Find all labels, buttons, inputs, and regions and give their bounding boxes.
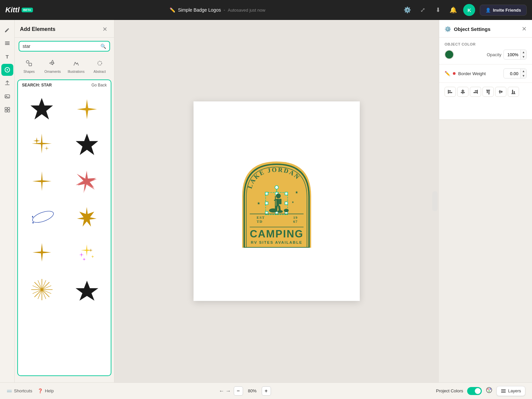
object-settings-icon: ⚙️ [445, 26, 451, 32]
svg-point-81 [488, 390, 490, 392]
zoom-out-button[interactable]: − [234, 386, 243, 396]
invite-friends-button[interactable]: 👤 Invite Friends [480, 5, 527, 16]
zoom-next-button[interactable]: → [226, 388, 231, 394]
sidebar-item-text[interactable]: T [1, 51, 13, 63]
align-bottom-button[interactable] [508, 87, 519, 97]
right-panel-close-button[interactable]: ✕ [522, 25, 527, 33]
sidebar-item-layers[interactable] [1, 37, 13, 49]
panel-close-button[interactable]: ✕ [101, 25, 109, 33]
layers-button[interactable]: Layers [496, 386, 525, 396]
search-icon: 🔍 [100, 44, 106, 49]
right-panel: ⚙️ Object Settings ✕ OBJECT COLOR Opacit… [439, 20, 532, 120]
svg-text:RV SITES AVAILABLE: RV SITES AVAILABLE [251, 240, 302, 244]
svg-rect-2 [5, 44, 10, 45]
illustrations-icon [72, 60, 80, 68]
palette-button[interactable] [486, 387, 492, 395]
svg-marker-14 [31, 98, 53, 120]
header-right: ⚙️ ⤢ ⬇ 🔔 K 👤 Invite Friends [402, 4, 527, 16]
autosaved-status: Autosaved just now [228, 8, 265, 13]
shortcuts-button[interactable]: ⌨️ Shortcuts [7, 388, 32, 393]
sidebar-item-grid[interactable] [1, 104, 13, 116]
border-increment[interactable]: ▲ [521, 69, 526, 73]
align-right-button[interactable] [470, 87, 481, 97]
element-black-5star[interactable] [19, 91, 65, 127]
align-top-button[interactable] [482, 87, 494, 97]
sidebar-item-upload[interactable] [1, 77, 13, 89]
svg-rect-9 [5, 110, 7, 112]
beta-badge: BETA [22, 8, 33, 12]
element-black-star2[interactable] [65, 271, 110, 308]
object-color-section: OBJECT COLOR Opacity ▲ ▼ [439, 38, 532, 65]
bottom-center: ← → − 80% + [219, 386, 271, 396]
svg-rect-65 [463, 89, 463, 94]
svg-text:EST: EST [257, 215, 265, 219]
element-gold-4sparkle3[interactable] [19, 234, 65, 271]
border-spinners: ▲ ▼ [520, 69, 526, 78]
right-panel-header: ⚙️ Object Settings ✕ [439, 20, 532, 38]
opacity-input[interactable] [504, 51, 520, 59]
align-icons-row [445, 87, 527, 97]
border-weight-input[interactable] [504, 70, 520, 77]
help-icon: ❓ [38, 388, 43, 393]
element-blue-orbit[interactable] [19, 200, 65, 234]
category-ornaments[interactable]: Ornaments [41, 57, 65, 76]
panel-title: Add Elements [20, 26, 56, 32]
category-illustrations[interactable]: Illustrations [65, 57, 88, 76]
border-section: ✏️ Border Weight ▲ ▼ [439, 65, 532, 83]
element-gold-4sparkle[interactable] [65, 91, 110, 127]
search-results-label: SEARCH: STAR [22, 83, 52, 87]
svg-point-4 [7, 69, 8, 70]
sidebar-item-elements[interactable] [1, 64, 13, 76]
opacity-increment[interactable]: ▲ [521, 50, 526, 55]
opacity-decrement[interactable]: ▼ [521, 55, 526, 59]
border-color-dot[interactable] [453, 72, 456, 75]
help-button[interactable]: ❓ Help [38, 388, 54, 393]
svg-rect-0 [5, 42, 10, 42]
left-sidebar: T [0, 20, 15, 382]
element-gold-sparkles[interactable] [19, 127, 65, 163]
right-panel-title: Object Settings [454, 26, 490, 32]
color-swatch[interactable] [445, 50, 454, 59]
project-colors-toggle[interactable] [467, 387, 482, 395]
category-shapes[interactable]: Shapes [17, 57, 41, 76]
share-button[interactable]: ⤢ [417, 5, 428, 15]
element-gold-starburst[interactable] [19, 271, 65, 308]
sidebar-item-edit[interactable] [1, 24, 13, 36]
element-gold-sparkle2[interactable] [19, 163, 65, 200]
zoom-arrows: ← → [219, 388, 231, 394]
category-abstract[interactable]: Abstract [88, 57, 111, 76]
svg-rect-44 [279, 199, 281, 204]
zoom-prev-button[interactable]: ← [219, 388, 224, 394]
element-gold-6star[interactable] [65, 200, 110, 234]
zoom-level-display[interactable]: 80% [246, 388, 259, 393]
avatar-button[interactable]: K [463, 4, 475, 16]
search-input[interactable] [23, 44, 98, 49]
project-colors-label: Project Colors [436, 388, 463, 393]
svg-point-11 [26, 61, 29, 63]
project-name[interactable]: Simple Badge Logos [178, 7, 221, 13]
svg-rect-84 [501, 392, 506, 393]
align-left-button[interactable] [445, 87, 456, 97]
svg-rect-66 [475, 90, 477, 91]
svg-point-41 [275, 186, 278, 189]
opacity-label: Opacity [487, 52, 501, 57]
svg-rect-36 [285, 202, 288, 204]
align-center-h-button[interactable] [457, 87, 468, 97]
svg-point-79 [487, 388, 489, 390]
invite-icon: 👤 [485, 8, 491, 13]
download-button[interactable]: ⬇ [433, 5, 443, 15]
notifications-button[interactable]: 🔔 [448, 5, 459, 15]
border-decrement[interactable]: ▼ [521, 73, 526, 78]
settings-button[interactable]: ⚙️ [402, 5, 413, 15]
align-section [439, 83, 532, 101]
svg-rect-32 [265, 192, 268, 195]
element-colorful-sparkles[interactable] [65, 234, 110, 271]
element-pink-starburst[interactable] [65, 163, 110, 200]
zoom-in-button[interactable]: + [262, 386, 271, 396]
element-black-6star[interactable] [65, 127, 110, 163]
shapes-label: Shapes [23, 70, 35, 73]
align-center-v-button[interactable] [495, 87, 506, 97]
go-back-button[interactable]: Go Back [91, 83, 107, 87]
canvas-scrollbar[interactable] [432, 191, 438, 211]
sidebar-item-photos[interactable] [1, 90, 13, 102]
